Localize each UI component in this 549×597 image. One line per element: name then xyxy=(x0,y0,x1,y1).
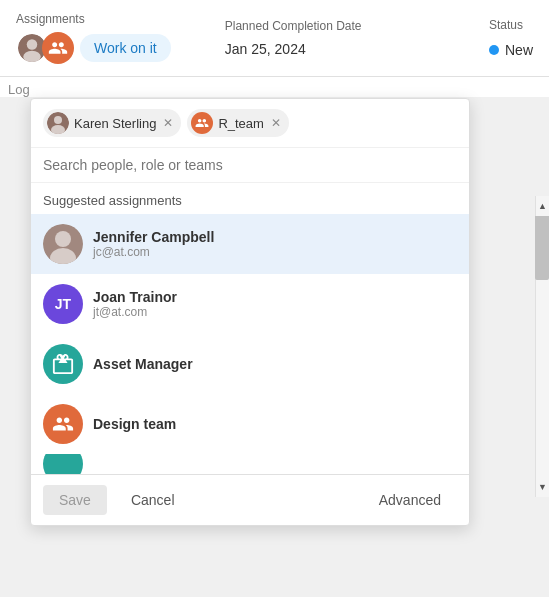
jennifer-email: jc@at.com xyxy=(93,245,214,259)
suggestion-joan[interactable]: JT Joan Trainor jt@at.com xyxy=(31,274,469,334)
suggestion-design[interactable]: Design team xyxy=(31,394,469,454)
asset-info: Asset Manager xyxy=(93,356,193,372)
header-row: Assignments Work on it xyxy=(0,0,549,77)
asset-name: Asset Manager xyxy=(93,356,193,372)
avatar-joan: JT xyxy=(43,284,83,324)
save-button[interactable]: Save xyxy=(43,485,107,515)
tag-rteam-close[interactable]: ✕ xyxy=(271,117,281,129)
tag-rteam-label: R_team xyxy=(218,116,264,131)
scroll-arrow-up[interactable]: ▲ xyxy=(535,196,549,216)
tag-rteam: R_team ✕ xyxy=(187,109,289,137)
scroll-arrow-down[interactable]: ▼ xyxy=(535,477,549,497)
avatar-group xyxy=(16,32,74,64)
assignments-section: Assignments Work on it xyxy=(16,12,171,64)
planned-label: Planned Completion Date xyxy=(225,19,362,33)
suggestion-extra[interactable] xyxy=(31,454,469,474)
log-label: Log xyxy=(0,82,30,97)
status-dot xyxy=(489,45,499,55)
suggested-label: Suggested assignments xyxy=(31,183,469,214)
avatar-design xyxy=(43,404,83,444)
svg-point-4 xyxy=(54,116,62,124)
planned-date: Jan 25, 2024 xyxy=(225,41,362,57)
svg-point-1 xyxy=(27,39,38,50)
avatar-extra xyxy=(43,454,83,474)
avatar-team xyxy=(42,32,74,64)
svg-point-7 xyxy=(55,231,71,247)
assignment-dropdown: Karen Sterling ✕ R_team ✕ Suggested assi… xyxy=(30,98,470,526)
tag-karen-close[interactable]: ✕ xyxy=(163,117,173,129)
tag-avatar-karen xyxy=(47,112,69,134)
joan-email: jt@at.com xyxy=(93,305,177,319)
joan-name: Joan Trainor xyxy=(93,289,177,305)
tag-avatar-rteam xyxy=(191,112,213,134)
suggestion-asset[interactable]: Asset Manager xyxy=(31,334,469,394)
suggestion-list: Jennifer Campbell jc@at.com JT Joan Trai… xyxy=(31,214,469,474)
jennifer-info: Jennifer Campbell jc@at.com xyxy=(93,229,214,259)
assignments-area: Work on it xyxy=(16,32,171,64)
design-name: Design team xyxy=(93,416,176,432)
search-input[interactable] xyxy=(43,157,457,173)
suggestion-jennifer[interactable]: Jennifer Campbell jc@at.com xyxy=(31,214,469,274)
advanced-button[interactable]: Advanced xyxy=(363,485,457,515)
assignments-label: Assignments xyxy=(16,12,171,26)
tag-karen-label: Karen Sterling xyxy=(74,116,156,131)
jennifer-name: Jennifer Campbell xyxy=(93,229,214,245)
scrollbar-track xyxy=(535,200,549,480)
cancel-button[interactable]: Cancel xyxy=(115,485,191,515)
svg-point-2 xyxy=(23,51,41,63)
planned-section: Planned Completion Date Jan 25, 2024 xyxy=(225,19,362,57)
status-section: Status New xyxy=(489,18,533,58)
footer-row: Save Cancel Advanced xyxy=(31,474,469,525)
search-row[interactable] xyxy=(31,148,469,183)
work-on-it-button[interactable]: Work on it xyxy=(80,34,171,62)
design-info: Design team xyxy=(93,416,176,432)
joan-info: Joan Trainor jt@at.com xyxy=(93,289,177,319)
tag-karen: Karen Sterling ✕ xyxy=(43,109,181,137)
avatar-jennifer xyxy=(43,224,83,264)
tags-row: Karen Sterling ✕ R_team ✕ xyxy=(31,99,469,148)
status-value: New xyxy=(489,42,533,58)
avatar-asset xyxy=(43,344,83,384)
status-label: Status xyxy=(489,18,533,32)
status-text: New xyxy=(505,42,533,58)
